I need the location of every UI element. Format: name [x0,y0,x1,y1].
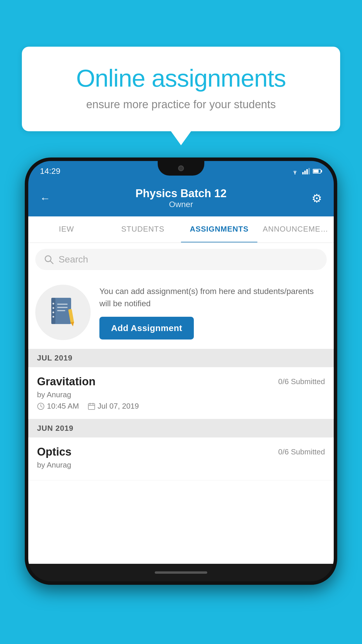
add-assignment-button[interactable]: Add Assignment [99,317,194,340]
svg-rect-12 [57,304,68,305]
svg-rect-11 [51,298,55,324]
section-jun-2019: JUN 2019 [28,419,334,438]
assignment-gravitation[interactable]: Gravitation 0/6 Submitted by Anurag 10:4… [28,367,334,419]
back-button[interactable]: ← [40,192,50,204]
tab-students[interactable]: STUDENTS [105,216,181,242]
tab-iew[interactable]: IEW [28,216,105,242]
settings-icon[interactable]: ⚙ [312,192,322,205]
promo-text-block: You can add assignment(s) from here and … [99,285,327,340]
svg-line-23 [41,406,42,407]
svg-rect-2 [304,171,306,174]
assignment-meta: 10:45 AM Jul 07, 2019 [37,402,325,411]
speech-bubble: Online assignments ensure more practice … [22,47,340,131]
svg-rect-7 [321,170,322,172]
search-icon [44,255,54,265]
tab-assignments[interactable]: ASSIGNMENTS [181,216,257,243]
svg-rect-4 [308,168,310,174]
svg-marker-16 [71,322,75,327]
svg-rect-13 [57,307,68,308]
phone-side-right [337,243,337,284]
svg-rect-6 [313,170,319,173]
phone-bottom [28,564,334,581]
assignment-top-row: Gravitation 0/6 Submitted [37,375,325,388]
phone: 14:29 [25,158,337,585]
promo-section: You can add assignment(s) from here and … [28,276,334,349]
section-jun-label: JUN 2019 [37,424,73,433]
tab-announcements[interactable]: ANNOUNCEME… [257,216,334,242]
clock-icon [37,402,45,410]
header-subtitle: Owner [136,200,227,209]
status-time: 14:29 [40,167,60,176]
svg-rect-1 [302,172,304,174]
speech-bubble-container: Online assignments ensure more practice … [22,47,340,131]
time-value: 10:45 AM [47,402,79,411]
search-input[interactable]: Search [59,254,88,265]
camera [178,165,184,171]
calendar-icon [88,402,95,410]
section-jul-2019: JUL 2019 [28,349,334,367]
svg-rect-24 [88,404,95,410]
svg-point-18 [52,307,54,309]
home-indicator [155,571,207,574]
assignment-optics[interactable]: Optics 0/6 Submitted by Anurag [28,438,334,480]
notebook-icon [48,296,78,328]
svg-point-20 [52,316,54,318]
search-container: Search [28,243,334,276]
header-title-block: Physics Batch 12 Owner [136,187,227,209]
svg-rect-3 [306,169,308,174]
status-icons [291,168,322,174]
battery-icon [313,169,322,174]
assignment-status: 0/6 Submitted [278,377,325,386]
search-box[interactable]: Search [35,249,327,270]
date-value: Jul 07, 2019 [98,402,139,411]
promo-icon-circle [35,285,91,340]
phone-container: 14:29 [25,158,337,585]
speech-bubble-subtitle: ensure more practice for your students [42,98,320,111]
svg-point-0 [294,173,296,174]
status-bar: 14:29 [28,161,334,181]
optics-author: by Anurag [37,461,325,470]
svg-point-19 [52,312,54,313]
wifi-icon [291,168,299,174]
phone-content: Search [28,243,334,564]
volume-up-button [25,219,25,243]
signal-icon [302,168,310,174]
svg-rect-14 [57,310,65,311]
header-title: Physics Batch 12 [136,187,227,200]
notch [158,161,204,176]
power-button [337,243,337,284]
assignment-date: Jul 07, 2019 [88,402,139,411]
tabs-bar: IEW STUDENTS ASSIGNMENTS ANNOUNCEME… [28,216,334,243]
svg-point-17 [52,303,54,304]
optics-status: 0/6 Submitted [278,447,325,456]
optics-name: Optics [37,446,71,458]
assignment-time: 10:45 AM [37,402,79,411]
assignment-name: Gravitation [37,375,96,388]
section-jul-label: JUL 2019 [37,354,73,362]
app-header: ← Physics Batch 12 Owner ⚙ [28,181,334,216]
optics-top-row: Optics 0/6 Submitted [37,446,325,458]
speech-bubble-title: Online assignments [42,64,320,92]
assignment-author: by Anurag [37,390,325,399]
svg-line-9 [50,261,53,264]
promo-description: You can add assignment(s) from here and … [99,285,327,310]
volume-down-button [25,249,25,272]
phone-side-left [25,219,25,278]
